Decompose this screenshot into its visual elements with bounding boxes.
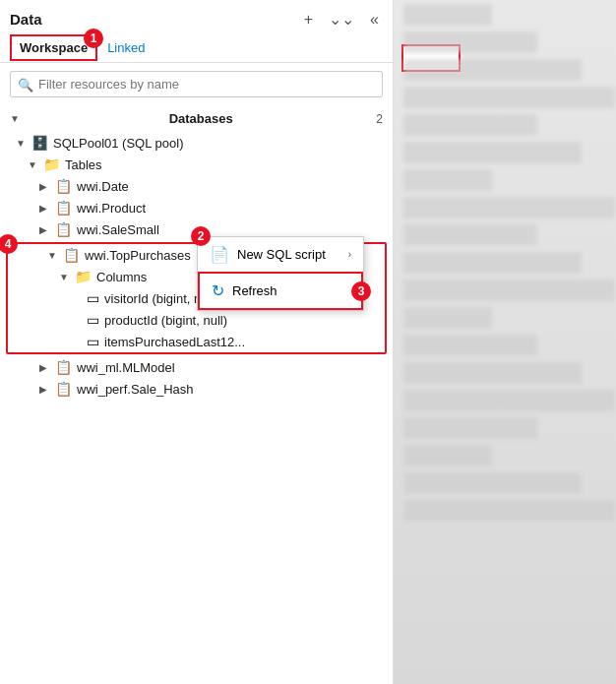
tables-label: Tables [65,157,102,172]
column-icon: ▭ [87,334,99,349]
expand-chevron: ▶ [39,224,51,235]
refresh-label: Refresh [232,283,277,298]
column-icon: ▭ [87,290,99,306]
right-panel [394,0,616,684]
badge-2: 2 [191,226,211,246]
tables-folder-icon: 📁 [43,156,60,172]
search-container: 🔍 [0,63,393,105]
expand-chevron: ▶ [39,362,51,373]
table-icon: 📋 [55,200,72,216]
column-label: itemsPurchasedLast12... [104,335,245,349]
column-row[interactable]: ▭ itemsPurchasedLast12... [8,331,385,352]
panel-title: Data [10,11,42,28]
sqlpool-chevron: ▼ [16,138,28,149]
new-sql-script-label: New SQL script [237,247,326,262]
context-menu-area: 2 📄 New SQL script › ↻ Refresh 3 [197,236,364,311]
table-label: wwi.TopPurchases [85,248,191,263]
new-sql-script-icon: 📄 [210,245,229,264]
table-row[interactable]: ▶ 📋 wwi.Date [0,175,393,197]
column-label: productId (bigint, null) [104,313,227,328]
tabs-row: Workspace 1 Linked [0,31,393,63]
table-icon: 📋 [55,178,72,194]
tree: ▼ Databases 2 ▼ 🗄️ SQLPool01 (SQL pool) … [0,105,393,684]
refresh-icon: ↻ [212,281,224,300]
columns-folder-icon: 📁 [75,269,92,284]
new-sql-script-menu-item[interactable]: 📄 New SQL script › [198,237,363,272]
columns-chevron: ▼ [59,272,71,282]
blur-content [394,0,616,684]
sqlpool-icon: 🗄️ [31,135,48,151]
refresh-menu-item[interactable]: ↻ Refresh 3 [198,272,363,310]
tables-item[interactable]: ▼ 📁 Tables [0,154,393,175]
badge-3: 3 [351,281,371,301]
search-input[interactable] [10,71,383,97]
table-label: wwi_ml.MLModel [77,360,175,375]
table-label: wwi.Product [77,201,146,216]
submenu-chevron: › [348,249,351,260]
badge-1: 1 [84,29,103,48]
expand-chevron: ▶ [39,203,51,214]
expand-chevron: ▼ [47,250,59,261]
tables-chevron: ▼ [28,159,39,170]
table-icon: 📋 [55,221,72,237]
columns-label: Columns [96,270,147,284]
sqlpool-item[interactable]: ▼ 🗄️ SQLPool01 (SQL pool) [0,132,393,154]
column-icon: ▭ [87,312,99,328]
table-label: wwi_perf.Sale_Hash [77,382,194,397]
table-label: wwi.Date [77,179,129,194]
panel-header: Data + ⌄⌄ « [0,0,393,31]
table-icon: 📋 [55,381,72,397]
databases-count: 2 [376,112,383,126]
databases-chevron: ▼ [10,113,22,124]
expand-chevron: ▶ [39,181,51,192]
tab-linked[interactable]: Linked [97,34,154,63]
table-row[interactable]: ▶ 📋 wwi_ml.MLModel [0,356,393,378]
add-icon[interactable]: + [300,9,317,31]
table-icon: 📋 [55,359,72,375]
table-row[interactable]: ▶ 📋 wwi.Product [0,197,393,218]
column-row[interactable]: ▭ productId (bigint, null) [8,309,385,331]
left-panel: Data + ⌄⌄ « Workspace 1 Linked 🔍 ▼ Datab… [0,0,394,684]
collapse-icon[interactable]: « [366,9,383,31]
table-row[interactable]: ▶ 📋 wwi_perf.Sale_Hash [0,378,393,400]
table-icon: 📋 [63,247,80,263]
sort-icon[interactable]: ⌄⌄ [325,8,358,31]
tab-workspace-wrapper: Workspace 1 [10,34,97,62]
databases-section-header[interactable]: ▼ Databases 2 [0,105,393,132]
context-menu: 📄 New SQL script › ↻ Refresh 3 [197,236,364,311]
header-icons: + ⌄⌄ « [300,8,383,31]
sqlpool-label: SQLPool01 (SQL pool) [53,136,183,151]
table-label: wwi.SaleSmall [77,222,159,237]
search-icon: 🔍 [18,77,33,92]
expand-chevron: ▶ [39,384,51,395]
databases-label: Databases [169,111,233,126]
